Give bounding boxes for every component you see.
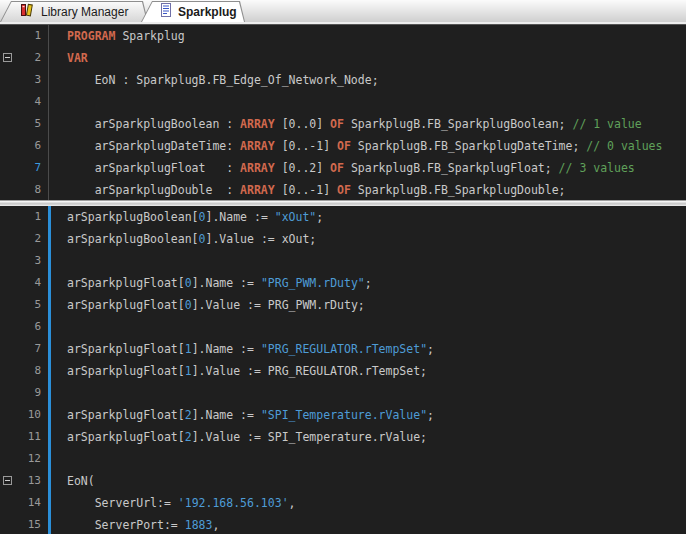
string-token: "xOut" [275, 210, 317, 224]
code-text[interactable] [48, 448, 686, 470]
identifier-token: ].Name := [206, 210, 275, 224]
fold-margin [0, 404, 18, 426]
code-line[interactable]: 3 EoN : SparkplugB.FB_Edge_Of_Network_No… [0, 69, 686, 91]
keyword-token: ARRAY [240, 139, 275, 153]
code-line[interactable]: 12 [0, 448, 686, 470]
fold-margin [0, 91, 18, 113]
code-line[interactable]: 11arSparkplugFloat[2].Value := SPI_Tempe… [0, 426, 686, 448]
close-tab-icon[interactable]: ✕ [247, 6, 257, 18]
code-text[interactable]: VAR [48, 47, 686, 69]
code-text[interactable]: EoN( [48, 470, 686, 492]
line-number: 4 [18, 91, 48, 113]
code-line[interactable]: 6 [0, 316, 686, 338]
code-line[interactable]: 2arSparkplugBoolean[0].Value := xOut; [0, 228, 686, 250]
keyword-token: ARRAY [240, 183, 275, 197]
number-token: 2 [185, 408, 192, 422]
identifier-token: SparkplugB.FB_SparkplugDateTime; [351, 139, 586, 153]
code-text[interactable]: arSparkplugDouble : ARRAY [0..-1] OF Spa… [48, 179, 686, 200]
line-number: 15 [18, 514, 48, 534]
code-line[interactable]: 1PROGRAM Sparkplug [0, 25, 686, 47]
identifier-token: SparkplugB.FB_SparkplugBoolean; [344, 117, 572, 131]
keyword-token: OF [337, 183, 351, 197]
code-text[interactable]: arSparkplugFloat[1].Name := "PRG_REGULAT… [48, 338, 686, 360]
code-line[interactable]: 5arSparkplugFloat[0].Value := PRG_PWM.rD… [0, 294, 686, 316]
fold-margin [0, 294, 18, 316]
code-line[interactable]: 13EoN( [0, 470, 686, 492]
fold-margin [0, 179, 18, 200]
code-text[interactable]: arSparkplugFloat[0].Name := "PRG_PWM.rDu… [48, 272, 686, 294]
code-text[interactable]: EoN : SparkplugB.FB_Edge_Of_Network_Node… [48, 69, 686, 91]
line-number: 8 [18, 360, 48, 382]
fold-margin [0, 113, 18, 135]
code-line[interactable]: 7arSparkplugFloat[1].Name := "PRG_REGULA… [0, 338, 686, 360]
identifier-token: ].Name := [192, 276, 261, 290]
line-number: 12 [18, 448, 48, 470]
line-number: 5 [18, 294, 48, 316]
line-number: 8 [18, 179, 48, 200]
code-text[interactable]: arSparkplugDateTime: ARRAY [0..-1] OF Sp… [48, 135, 686, 157]
code-line[interactable]: 2VAR [0, 47, 686, 69]
identifier-token: ServerPort:= [67, 518, 185, 532]
code-text[interactable]: arSparkplugFloat[2].Value := SPI_Tempera… [48, 426, 686, 448]
code-text[interactable]: arSparkplugBoolean[0].Name := "xOut"; [48, 206, 686, 228]
identifier-token: [0..2] [275, 161, 330, 175]
code-text[interactable]: ServerPort:= 1883, [48, 514, 686, 534]
document-icon [160, 3, 172, 21]
fold-margin [0, 69, 18, 91]
document-tab-bar: Library Manager Sparkplug ✕ [0, 0, 686, 24]
code-line[interactable]: 6 arSparkplugDateTime: ARRAY [0..-1] OF … [0, 135, 686, 157]
code-line[interactable]: 10arSparkplugFloat[2].Name := "SPI_Tempe… [0, 404, 686, 426]
code-line[interactable]: 14 ServerUrl:= '192.168.56.103', [0, 492, 686, 514]
code-text[interactable] [48, 91, 686, 113]
code-line[interactable]: 7 arSparkplugFloat : ARRAY [0..2] OF Spa… [0, 157, 686, 179]
code-text[interactable] [48, 316, 686, 338]
code-line[interactable]: 4arSparkplugFloat[0].Name := "PRG_PWM.rD… [0, 272, 686, 294]
keyword-token: PROGRAM [67, 29, 115, 43]
fold-collapse-icon[interactable] [3, 53, 12, 62]
code-text[interactable]: ServerUrl:= '192.168.56.103', [48, 492, 686, 514]
code-line[interactable]: 4 [0, 91, 686, 113]
identifier-token: ].Value := PRG_REGULATOR.rTempSet; [192, 364, 427, 378]
identifier-token: ; [427, 408, 434, 422]
code-text[interactable] [48, 250, 686, 272]
code-line[interactable]: 1arSparkplugBoolean[0].Name := "xOut"; [0, 206, 686, 228]
code-text[interactable]: arSparkplugBoolean[0].Value := xOut; [48, 228, 686, 250]
code-text[interactable]: arSparkplugFloat[1].Value := PRG_REGULAT… [48, 360, 686, 382]
identifier-token: SparkplugB.FB_SparkplugFloat; [344, 161, 559, 175]
implementation-pane: 1arSparkplugBoolean[0].Name := "xOut";2a… [0, 206, 686, 534]
line-number: 11 [18, 426, 48, 448]
code-line[interactable]: 8arSparkplugFloat[1].Value := PRG_REGULA… [0, 360, 686, 382]
comment-token: // 3 values [559, 161, 635, 175]
string-token: "SPI_Temperature.rValue" [261, 408, 427, 422]
fold-margin [0, 157, 18, 179]
line-number: 1 [18, 25, 48, 47]
fold-margin [0, 470, 18, 492]
line-number: 7 [18, 157, 48, 179]
identifier-token: Sparkplug [115, 29, 184, 43]
code-text[interactable] [48, 382, 686, 404]
identifier-token: arSparkplugFloat[ [67, 364, 185, 378]
tab-sparkplug[interactable]: Sparkplug ✕ [141, 1, 245, 22]
fold-collapse-icon[interactable] [3, 476, 12, 485]
tab-library-manager[interactable]: Library Manager [0, 1, 148, 22]
code-line[interactable]: 3 [0, 250, 686, 272]
identifier-token: ServerUrl:= [67, 496, 178, 510]
line-number: 14 [18, 492, 48, 514]
code-text[interactable]: arSparkplugFloat[2].Name := "SPI_Tempera… [48, 404, 686, 426]
fold-margin [0, 135, 18, 157]
number-token: 1 [185, 342, 192, 356]
comment-token: // 0 values [586, 139, 662, 153]
identifier-token: ].Value := xOut; [206, 232, 317, 246]
string-token: "PRG_REGULATOR.rTempSet" [261, 342, 427, 356]
code-text[interactable]: arSparkplugFloat[0].Value := PRG_PWM.rDu… [48, 294, 686, 316]
code-line[interactable]: 15 ServerPort:= 1883, [0, 514, 686, 534]
code-text[interactable]: arSparkplugFloat : ARRAY [0..2] OF Spark… [48, 157, 686, 179]
code-text[interactable]: PROGRAM Sparkplug [48, 25, 686, 47]
code-text[interactable]: arSparkplugBoolean : ARRAY [0..0] OF Spa… [48, 113, 686, 135]
code-line[interactable]: 9 [0, 382, 686, 404]
code-line[interactable]: 8 arSparkplugDouble : ARRAY [0..-1] OF S… [0, 179, 686, 200]
fold-margin [0, 272, 18, 294]
fold-margin [0, 360, 18, 382]
identifier-token: ].Value := SPI_Temperature.rValue; [192, 430, 427, 444]
code-line[interactable]: 5 arSparkplugBoolean : ARRAY [0..0] OF S… [0, 113, 686, 135]
